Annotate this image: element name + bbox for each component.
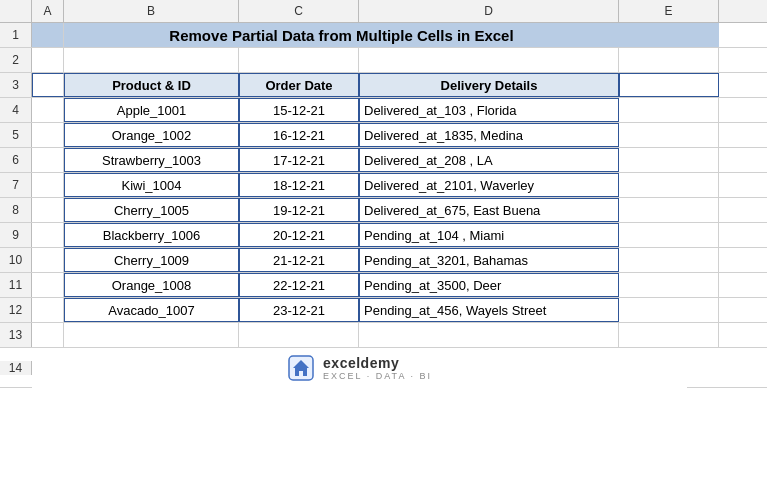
- cell-b13[interactable]: [64, 323, 239, 347]
- cell-b3-header: Product & ID: [64, 73, 239, 97]
- cell-d8[interactable]: Delivered_at_675, East Buena: [359, 198, 619, 222]
- row-header-12: 12: [0, 298, 32, 322]
- row-13: 13: [0, 323, 767, 348]
- spreadsheet: A B C D E 1 Remove Partial Data from Mul…: [0, 0, 767, 500]
- cell-e13[interactable]: [619, 323, 719, 347]
- cell-c5[interactable]: 16-12-21: [239, 123, 359, 147]
- cell-b9[interactable]: Blackberry_1006: [64, 223, 239, 247]
- cell-d2[interactable]: [359, 48, 619, 72]
- cell-b5[interactable]: Orange_1002: [64, 123, 239, 147]
- cell-e14[interactable]: [687, 356, 767, 380]
- cell-b10[interactable]: Cherry_1009: [64, 248, 239, 272]
- cell-c13[interactable]: [239, 323, 359, 347]
- corner-cell: [0, 0, 32, 22]
- cell-c2[interactable]: [239, 48, 359, 72]
- cell-e4[interactable]: [619, 98, 719, 122]
- row-header-4: 4: [0, 98, 32, 122]
- cell-d13[interactable]: [359, 323, 619, 347]
- cell-c9[interactable]: 20-12-21: [239, 223, 359, 247]
- cell-a7[interactable]: [32, 173, 64, 197]
- cell-d11[interactable]: Pending_at_3500, Deer: [359, 273, 619, 297]
- sheet-area: A B C D E 1 Remove Partial Data from Mul…: [0, 0, 767, 500]
- row-header-5: 5: [0, 123, 32, 147]
- cell-a1[interactable]: [32, 23, 64, 47]
- watermark-tagline: EXCEL · DATA · BI: [323, 371, 432, 381]
- cell-e11[interactable]: [619, 273, 719, 297]
- cell-b1-title: Remove Partial Data from Multiple Cells …: [64, 23, 619, 47]
- cell-b4[interactable]: Apple_1001: [64, 98, 239, 122]
- cell-c6[interactable]: 17-12-21: [239, 148, 359, 172]
- cell-a11[interactable]: [32, 273, 64, 297]
- row-14: 14 exceldemy EXCEL · DATA · BI: [0, 348, 767, 388]
- cell-e5[interactable]: [619, 123, 719, 147]
- cell-b6[interactable]: Strawberry_1003: [64, 148, 239, 172]
- row-9: 9 Blackberry_1006 20-12-21 Pending_at_10…: [0, 223, 767, 248]
- row-header-11: 11: [0, 273, 32, 297]
- column-headers: A B C D E: [0, 0, 767, 23]
- cell-e7[interactable]: [619, 173, 719, 197]
- cell-e8[interactable]: [619, 198, 719, 222]
- row-header-2: 2: [0, 48, 32, 72]
- cell-c3-header: Order Date: [239, 73, 359, 97]
- row-2: 2: [0, 48, 767, 73]
- cell-a10[interactable]: [32, 248, 64, 272]
- cell-a2[interactable]: [32, 48, 64, 72]
- row-header-10: 10: [0, 248, 32, 272]
- cell-c12[interactable]: 23-12-21: [239, 298, 359, 322]
- row-7: 7 Kiwi_1004 18-12-21 Delivered_at_2101, …: [0, 173, 767, 198]
- row-header-3: 3: [0, 73, 32, 97]
- cell-b8[interactable]: Cherry_1005: [64, 198, 239, 222]
- cell-e9[interactable]: [619, 223, 719, 247]
- cell-b12[interactable]: Avacado_1007: [64, 298, 239, 322]
- cell-d9[interactable]: Pending_at_104 , Miami: [359, 223, 619, 247]
- row-12: 12 Avacado_1007 23-12-21 Pending_at_456,…: [0, 298, 767, 323]
- col-header-e[interactable]: E: [619, 0, 719, 22]
- cell-c8[interactable]: 19-12-21: [239, 198, 359, 222]
- col-header-c[interactable]: C: [239, 0, 359, 22]
- cell-d5[interactable]: Delivered_at_1835, Medina: [359, 123, 619, 147]
- row-3: 3 Product & ID Order Date Delivery Detai…: [0, 73, 767, 98]
- cell-b11[interactable]: Orange_1008: [64, 273, 239, 297]
- row-header-13: 13: [0, 323, 32, 347]
- row-header-1: 1: [0, 23, 32, 47]
- cell-d6[interactable]: Delivered_at_208 , LA: [359, 148, 619, 172]
- cell-c7[interactable]: 18-12-21: [239, 173, 359, 197]
- cell-a6[interactable]: [32, 148, 64, 172]
- cell-c4[interactable]: 15-12-21: [239, 98, 359, 122]
- cell-a12[interactable]: [32, 298, 64, 322]
- row-header-9: 9: [0, 223, 32, 247]
- row-5: 5 Orange_1002 16-12-21 Delivered_at_1835…: [0, 123, 767, 148]
- cell-d3-header: Delivery Details: [359, 73, 619, 97]
- cell-d4[interactable]: Delivered_at_103 , Florida: [359, 98, 619, 122]
- cell-e1: [619, 23, 719, 47]
- cell-a3[interactable]: [32, 73, 64, 97]
- cell-e10[interactable]: [619, 248, 719, 272]
- row-6: 6 Strawberry_1003 17-12-21 Delivered_at_…: [0, 148, 767, 173]
- cell-a13[interactable]: [32, 323, 64, 347]
- cell-d7[interactable]: Delivered_at_2101, Waverley: [359, 173, 619, 197]
- exceldemy-icon: [287, 354, 315, 382]
- cell-d12[interactable]: Pending_at_456, Wayels Street: [359, 298, 619, 322]
- cell-watermark: exceldemy EXCEL · DATA · BI: [32, 348, 687, 388]
- cell-a5[interactable]: [32, 123, 64, 147]
- row-4: 4 Apple_1001 15-12-21 Delivered_at_103 ,…: [0, 98, 767, 123]
- row-header-8: 8: [0, 198, 32, 222]
- cell-e12[interactable]: [619, 298, 719, 322]
- row-header-14: 14: [0, 361, 32, 375]
- col-header-a[interactable]: A: [32, 0, 64, 22]
- row-10: 10 Cherry_1009 21-12-21 Pending_at_3201,…: [0, 248, 767, 273]
- cell-b7[interactable]: Kiwi_1004: [64, 173, 239, 197]
- row-header-7: 7: [0, 173, 32, 197]
- cell-b2[interactable]: [64, 48, 239, 72]
- cell-e2[interactable]: [619, 48, 719, 72]
- cell-a4[interactable]: [32, 98, 64, 122]
- cell-a9[interactable]: [32, 223, 64, 247]
- col-header-d[interactable]: D: [359, 0, 619, 22]
- cell-e3[interactable]: [619, 73, 719, 97]
- cell-a8[interactable]: [32, 198, 64, 222]
- col-header-b[interactable]: B: [64, 0, 239, 22]
- cell-c10[interactable]: 21-12-21: [239, 248, 359, 272]
- cell-c11[interactable]: 22-12-21: [239, 273, 359, 297]
- cell-e6[interactable]: [619, 148, 719, 172]
- cell-d10[interactable]: Pending_at_3201, Bahamas: [359, 248, 619, 272]
